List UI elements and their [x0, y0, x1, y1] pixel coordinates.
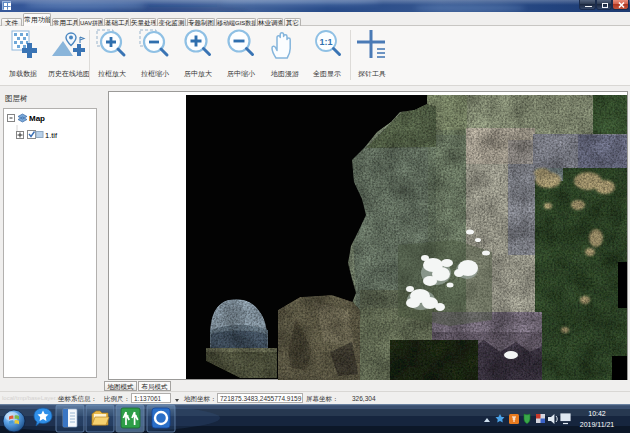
svg-text:2019/11/21: 2019/11/21	[580, 421, 615, 428]
svg-text:1:1: 1:1	[319, 37, 332, 47]
svg-text:Map: Map	[29, 114, 45, 123]
svg-text:1.tif: 1.tif	[45, 131, 58, 140]
svg-text:10:42: 10:42	[588, 410, 606, 417]
